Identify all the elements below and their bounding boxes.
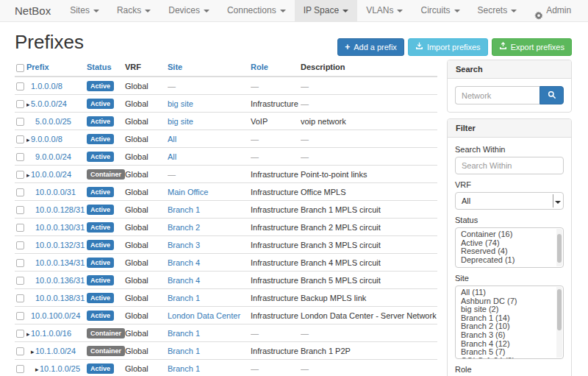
- site-link[interactable]: London Data Center: [168, 311, 240, 320]
- nav-item-secrets[interactable]: Secrets: [469, 0, 526, 21]
- prefix-link[interactable]: 10.1.0.0/25: [40, 364, 80, 373]
- col-header-role[interactable]: Role: [251, 60, 301, 77]
- prefix-link[interactable]: 10.0.100.0/24: [31, 311, 80, 320]
- listbox-option[interactable]: COLO-1-24 (3): [461, 357, 556, 359]
- prefix-link[interactable]: 10.0.0.0/31: [35, 188, 76, 196]
- row-checkbox[interactable]: [16, 294, 24, 302]
- row-checkbox[interactable]: [16, 330, 24, 338]
- site-link[interactable]: Branch 1: [168, 205, 200, 214]
- listbox-option[interactable]: Deprecated (1): [461, 256, 556, 265]
- prefix-link[interactable]: 5.0.0.0/24: [31, 99, 67, 108]
- scrollbar-thumb[interactable]: [557, 234, 562, 263]
- prefix-link[interactable]: 9.0.0.0/8: [31, 135, 62, 143]
- prefix-link[interactable]: 10.1.0.0/16: [31, 329, 71, 338]
- site-link[interactable]: Branch 1: [168, 347, 200, 355]
- scrollbar[interactable]: [556, 229, 562, 266]
- nav-item-ip-space[interactable]: IP Space: [295, 0, 357, 21]
- export-prefixes-button[interactable]: Export prefixes: [492, 38, 572, 56]
- prefix-link[interactable]: 1.0.0.0/8: [31, 82, 62, 91]
- row-checkbox[interactable]: [16, 365, 24, 373]
- nav-item-sites[interactable]: Sites: [61, 0, 108, 21]
- row-checkbox[interactable]: [16, 277, 24, 285]
- nav-item-devices[interactable]: Devices: [159, 0, 218, 21]
- prefix-link[interactable]: 10.0.0.138/31: [35, 294, 85, 302]
- row-checkbox[interactable]: [16, 118, 24, 126]
- row-checkbox[interactable]: [16, 312, 24, 320]
- import-prefixes-button[interactable]: Import prefixes: [408, 38, 488, 56]
- listbox-option[interactable]: Branch 4 (12): [461, 340, 556, 349]
- row-checkbox[interactable]: [16, 188, 24, 196]
- listbox-option[interactable]: Branch 5 (7): [461, 348, 556, 357]
- col-header-description: Description: [301, 60, 437, 77]
- row-checkbox[interactable]: [16, 206, 24, 214]
- row-checkbox[interactable]: [16, 153, 24, 161]
- nav-item-circuits[interactable]: Circuits: [412, 0, 468, 21]
- row-checkbox[interactable]: [16, 82, 24, 91]
- prefix-link[interactable]: 10.0.0.132/31: [35, 241, 85, 249]
- row-checkbox[interactable]: [16, 347, 24, 355]
- prefix-link[interactable]: 10.1.0.0/24: [35, 347, 76, 355]
- status-cell: Active: [87, 94, 125, 112]
- nav-item-vlans[interactable]: VLANs: [357, 0, 412, 21]
- prefix-link[interactable]: 10.0.0.136/31: [35, 276, 85, 285]
- prefix-cell: ▸10.0.0.138/31: [26, 288, 87, 306]
- listbox-option[interactable]: Container (16): [461, 230, 556, 239]
- filter-input-search-within[interactable]: [455, 157, 564, 174]
- profile-link[interactable]: Profile: [580, 0, 588, 21]
- vrf-value: Global: [125, 117, 148, 126]
- listbox-option[interactable]: Active (74): [461, 239, 556, 248]
- listbox-option[interactable]: Reserved (4): [461, 247, 556, 256]
- description-value: Branch 1 P2P: [301, 347, 351, 355]
- site-link[interactable]: Main Office: [168, 188, 208, 196]
- prefix-link[interactable]: 10.0.0.0/24: [31, 170, 71, 179]
- site-link[interactable]: Branch 1: [168, 294, 200, 302]
- prefix-link[interactable]: 10.0.0.128/31: [35, 205, 85, 214]
- site-link[interactable]: All: [168, 135, 176, 143]
- search-input[interactable]: [455, 86, 539, 104]
- app-brand[interactable]: NetBox: [0, 0, 61, 21]
- row-select-cell: [15, 341, 26, 359]
- scrollbar-thumb[interactable]: [557, 289, 562, 330]
- listbox-option[interactable]: Branch 2 (10): [461, 322, 556, 331]
- add-prefix-button[interactable]: + Add a prefix: [337, 38, 404, 56]
- listbox-option[interactable]: Ashburn DC (7): [461, 297, 556, 306]
- site-link[interactable]: big site: [168, 117, 193, 126]
- listbox-option[interactable]: Branch 3 (6): [461, 331, 556, 340]
- row-checkbox[interactable]: [16, 100, 24, 108]
- search-button[interactable]: [539, 86, 564, 104]
- site-link[interactable]: Branch 3: [168, 241, 200, 249]
- nav-item-connections[interactable]: Connections: [218, 0, 295, 21]
- select-all-checkbox[interactable]: [16, 64, 24, 72]
- prefix-cell: ▸10.0.0.0/24: [26, 165, 87, 182]
- status-cell: Active: [87, 235, 125, 253]
- site-link[interactable]: big site: [168, 99, 193, 108]
- listbox-option[interactable]: All (11): [461, 288, 556, 297]
- site-link[interactable]: Branch 4: [168, 276, 200, 285]
- listbox-option[interactable]: Branch 1 (14): [461, 314, 556, 323]
- prefix-link[interactable]: 9.0.0.0/24: [35, 152, 71, 161]
- site-link[interactable]: Branch 2: [168, 223, 200, 232]
- prefix-link[interactable]: 10.0.0.134/31: [35, 258, 85, 267]
- col-header-status[interactable]: Status: [87, 60, 125, 77]
- site-link[interactable]: Branch 1: [168, 329, 200, 338]
- prefix-link[interactable]: 10.0.0.130/31: [35, 223, 85, 232]
- site-link[interactable]: Branch 4: [168, 258, 200, 267]
- role-cell: Infrastructure: [251, 341, 301, 359]
- site-link[interactable]: All: [168, 152, 176, 161]
- row-checkbox[interactable]: [16, 224, 24, 232]
- row-checkbox[interactable]: [16, 171, 24, 179]
- site-link[interactable]: Branch 1: [168, 364, 200, 373]
- row-checkbox[interactable]: [16, 259, 24, 267]
- row-select-cell: [15, 359, 26, 376]
- nav-item-racks[interactable]: Racks: [108, 0, 159, 21]
- admin-link[interactable]: Admin: [526, 0, 580, 21]
- col-header-prefix[interactable]: Prefix: [26, 60, 87, 77]
- filter-select-vrf[interactable]: All: [455, 192, 564, 210]
- scrollbar[interactable]: [556, 287, 562, 358]
- col-header-site[interactable]: Site: [168, 60, 251, 77]
- prefix-link[interactable]: 5.0.0.0/25: [35, 117, 71, 126]
- row-checkbox[interactable]: [16, 135, 24, 143]
- vrf-cell: Global: [125, 306, 168, 324]
- listbox-option[interactable]: big site (2): [461, 305, 556, 314]
- row-checkbox[interactable]: [16, 241, 24, 249]
